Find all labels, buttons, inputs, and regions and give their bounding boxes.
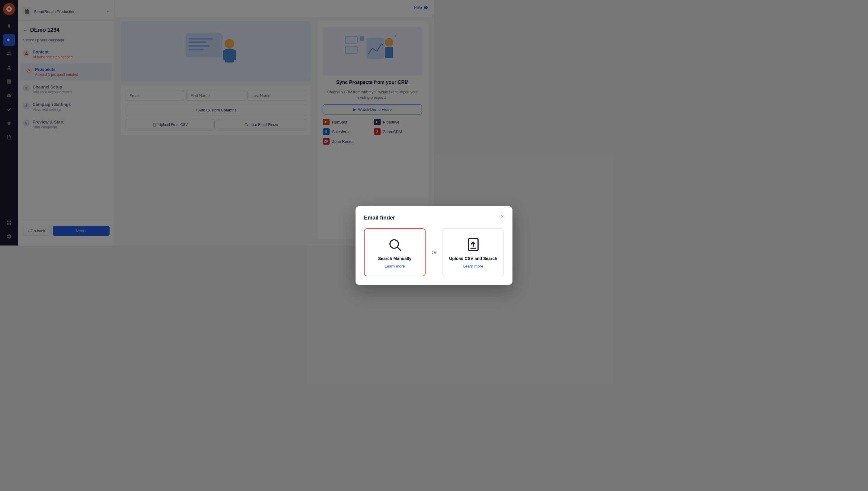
modal-overlay[interactable]: Email finder × Search Manually Learn mor… bbox=[0, 0, 434, 246]
svg-point-18 bbox=[390, 240, 398, 246]
search-icon bbox=[386, 236, 403, 246]
search-manually-option[interactable]: Search Manually Learn more bbox=[364, 228, 426, 246]
modal-title: Email finder bbox=[364, 215, 434, 221]
email-finder-modal: Email finder × Search Manually Learn mor… bbox=[355, 206, 434, 246]
modal-options: Search Manually Learn more Or Upload CSV… bbox=[364, 228, 434, 246]
